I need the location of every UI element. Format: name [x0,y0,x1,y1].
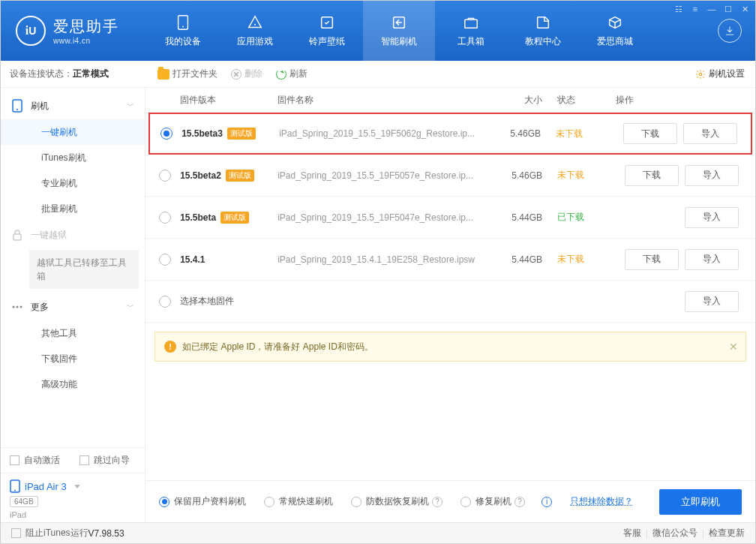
beta-badge: 测试版 [226,170,254,182]
window-close-icon[interactable]: ✕ [740,4,750,14]
nav-item-3[interactable]: 智能刷机 [363,1,435,61]
nav-item-1[interactable]: 应用游戏 [219,1,291,61]
import-button[interactable]: 导入 [685,291,739,312]
skip-guide-checkbox[interactable] [80,455,89,465]
svg-point-10 [13,306,15,308]
local-firmware-label: 选择本地固件 [180,295,234,308]
row-radio[interactable] [159,170,171,182]
connection-status: 设备连接状态：正常模式 [1,61,147,88]
device-panel[interactable]: iPad Air 3 64GB iPad [1,473,145,522]
footer-support[interactable]: 客服 [623,527,641,539]
sidebar-item-one-key-flash[interactable]: 一键刷机 [1,119,145,145]
refresh-icon [276,69,286,80]
row-size: 5.46GB [484,170,548,181]
sidebar-item-advanced[interactable]: 高级功能 [1,371,145,397]
app-version: V7.98.53 [88,528,607,539]
col-version: 固件版本 [180,94,278,107]
sidebar-item-pro-flash[interactable]: 专业刷机 [1,170,145,196]
sidebar-item-download-firmware[interactable]: 下载固件 [1,346,145,371]
row-size: 5.44GB [484,212,548,223]
window-minimize-icon[interactable]: — [706,4,717,14]
jailbreak-moved-note: 越狱工具已转移至工具箱 [29,250,139,289]
row-version: 15.5beta3 测试版 [182,128,279,140]
info-icon[interactable]: i [542,497,552,507]
sidebar-group-flash[interactable]: 刷机 ﹀ [1,92,145,119]
footer-check-update[interactable]: 检查更新 [709,527,745,539]
nav-item-6[interactable]: 爱思商城 [579,1,651,61]
start-flash-button[interactable]: 立即刷机 [659,489,742,515]
warning-icon: ! [164,341,176,353]
open-folder-button[interactable]: 打开文件夹 [158,68,218,80]
block-itunes-label: 阻止iTunes运行 [26,527,88,539]
mode-repair[interactable]: 修复刷机? [460,495,525,508]
phone-icon [11,100,23,112]
download-button[interactable]: 下载 [625,165,679,186]
sidebar-group-jailbreak[interactable]: 一键越狱 [1,221,145,248]
import-button[interactable]: 导入 [685,165,739,186]
row-status: 未下载 [547,128,614,140]
row-radio[interactable] [159,296,171,308]
row-size: 5.44GB [484,254,548,265]
auto-activate-checkbox[interactable] [10,455,20,465]
nav-item-5[interactable]: 教程中心 [507,1,579,61]
firmware-row[interactable]: 15.5beta2 测试版 iPad_Spring_2019_15.5_19F5… [146,155,755,197]
chevron-down-icon[interactable] [74,485,80,488]
mode-keep-data[interactable]: 保留用户资料刷机 [159,495,246,508]
help-icon[interactable]: ? [514,497,525,507]
firmware-row[interactable]: 15.4.1 iPad_Spring_2019_15.4.1_19E258_Re… [146,239,755,281]
nav-item-4[interactable]: 工具箱 [435,1,507,61]
mode-normal[interactable]: 常规快速刷机 [264,495,333,508]
download-button[interactable]: 下载 [623,123,677,144]
nav-icon [175,14,191,31]
firmware-row[interactable]: 15.5beta 测试版 iPad_Spring_2019_15.5_19F50… [146,197,755,239]
import-button[interactable]: 导入 [685,207,739,228]
table-header: 固件版本 固件名称 大小 状态 操作 [146,88,755,113]
col-status: 状态 [548,94,616,107]
flash-settings-button[interactable]: 刷机设置 [695,68,745,80]
sidebar-group-more[interactable]: 更多 ﹀ [1,293,145,320]
row-filename: iPad_Spring_2019_15.4.1_19E258_Restore.i… [278,254,484,265]
sidebar-item-itunes-flash[interactable]: iTunes刷机 [1,145,145,170]
footer-wechat[interactable]: 微信公众号 [652,527,698,539]
download-manager-button[interactable] [718,19,742,43]
firmware-row-local[interactable]: 选择本地固件 导入 [146,281,755,323]
brand-url: www.i4.cn [53,37,119,45]
row-filename: iPad_Spring_2019_15.5_19F5057e_Restore.i… [278,170,484,181]
sidebar-item-other-tools[interactable]: 其他工具 [1,320,145,346]
nav-item-2[interactable]: 铃声壁纸 [291,1,363,61]
erase-only-link[interactable]: 只想抹除数据？ [570,495,633,508]
svg-point-8 [16,109,18,110]
import-button[interactable]: 导入 [685,249,739,270]
sidebar-item-batch-flash[interactable]: 批量刷机 [1,196,145,221]
more-icon [11,301,23,313]
row-status: 未下载 [548,253,616,266]
window-list-icon[interactable]: ≡ [690,4,700,14]
download-button[interactable]: 下载 [625,249,679,270]
window-maximize-icon[interactable]: ☐ [723,4,734,14]
mode-anti-recovery[interactable]: 防数据恢复刷机? [351,495,442,508]
row-radio[interactable] [159,254,171,266]
window-controls: ☷ ≡ — ☐ ✕ [674,4,750,14]
gear-icon [695,69,706,80]
firmware-row[interactable]: 15.5beta3 测试版 iPad_Spring_2019_15.5_19F5… [148,113,752,155]
svg-rect-5 [465,20,478,28]
block-itunes-checkbox[interactable] [11,528,21,538]
row-radio[interactable] [159,212,171,224]
main: 刷机 ﹀ 一键刷机 iTunes刷机 专业刷机 批量刷机 一键越狱 越狱工具已转… [1,88,755,522]
refresh-button[interactable]: 刷新 [276,68,308,80]
delete-button[interactable]: 删除 [231,68,262,80]
row-version: 15.5beta2 测试版 [180,170,278,182]
row-status: 未下载 [548,169,616,182]
device-storage: 64GB [10,496,38,507]
row-radio[interactable] [160,128,172,140]
import-button[interactable]: 导入 [683,123,737,144]
window-menu-icon[interactable]: ☷ [674,4,684,14]
auto-activate-label: 自动激活 [24,454,60,467]
row-version: 15.4.1 [180,254,278,265]
row-status: 已下载 [548,211,616,224]
help-icon[interactable]: ? [432,497,442,507]
nav-item-0[interactable]: 我的设备 [147,1,219,61]
device-type: iPad [10,510,26,519]
appleid-notice: ! 如已绑定 Apple ID，请准备好 Apple ID和密码。 ✕ [154,332,746,362]
notice-close-button[interactable]: ✕ [729,341,738,353]
